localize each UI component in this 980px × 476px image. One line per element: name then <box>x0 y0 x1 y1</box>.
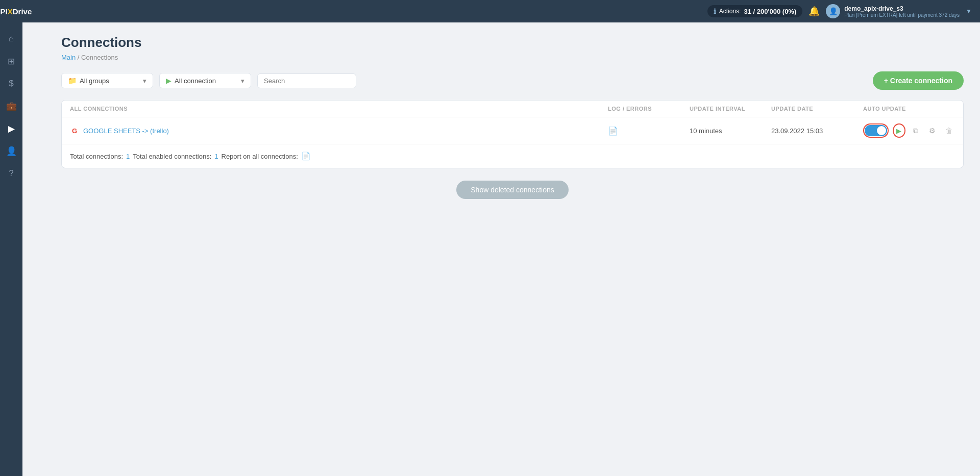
header-update-date: UPDATE DATE <box>771 106 863 112</box>
sidebar-item-workspace[interactable]: 💼 <box>0 95 22 117</box>
actions-badge: ℹ Actions: 31 / 200'000 (0%) <box>707 5 803 17</box>
breadcrumb-current: Connections <box>81 54 118 61</box>
page-title: Connections <box>61 35 964 51</box>
log-icon[interactable]: 📄 <box>608 127 618 135</box>
log-cell: 📄 <box>608 126 690 136</box>
all-groups-dropdown[interactable]: 📁 All groups ▾ <box>61 73 153 88</box>
total-connections-label: Total connections: <box>70 153 123 160</box>
table-row: G GOOGLE SHEETS -> (trello) 📄 10 minutes… <box>62 117 963 144</box>
user-info: demo_apix-drive_s3 Plan |Premium EXTRA| … <box>844 5 960 18</box>
toggle-knob <box>877 126 886 135</box>
settings-button[interactable]: ⚙ <box>926 123 938 138</box>
sidebar-item-help[interactable]: ? <box>0 162 22 185</box>
auto-update-toggle[interactable] <box>865 125 887 136</box>
header-update-interval: UPDATE INTERVAL <box>690 106 771 112</box>
user-name: demo_apix-drive_s3 <box>844 5 960 12</box>
show-deleted-button[interactable]: Show deleted connections <box>456 181 568 199</box>
main-wrapper: Connections Main / Connections 📁 All gro… <box>45 22 980 476</box>
topbar-right: ℹ Actions: 31 / 200'000 (0%) 🔔 👤 demo_ap… <box>707 4 980 18</box>
user-section[interactable]: 👤 demo_apix-drive_s3 Plan |Premium EXTRA… <box>826 4 972 18</box>
sidebar-item-automations[interactable]: ▶ <box>0 117 22 140</box>
sidebar: ☰ ⌂ ⊞ $ 💼 ▶ 👤 ? <box>0 0 22 476</box>
total-connections-count: 1 <box>126 153 130 160</box>
breadcrumb-main[interactable]: Main <box>61 54 76 61</box>
connection-name-cell: G GOOGLE SHEETS -> (trello) <box>70 126 608 135</box>
sidebar-nav: ⌂ ⊞ $ 💼 ▶ 👤 ? <box>0 28 22 185</box>
sidebar-item-home[interactable]: ⌂ <box>0 28 22 50</box>
update-interval-cell: 10 minutes <box>690 127 771 135</box>
copy-button[interactable]: ⧉ <box>910 123 922 138</box>
header-all-connections: ALL CONNECTIONS <box>70 106 608 112</box>
topbar: APIXDrive ℹ Actions: 31 / 200'000 (0%) 🔔… <box>0 0 980 22</box>
topbar-logo: APIXDrive <box>0 0 22 22</box>
toggle-container <box>863 123 889 138</box>
search-input[interactable] <box>264 77 350 85</box>
total-enabled-label: Total enabled connections: <box>133 153 211 160</box>
logo-text: APIXDrive <box>0 7 32 16</box>
sidebar-item-dashboard[interactable]: ⊞ <box>0 50 22 72</box>
chevron-down-icon: ▼ <box>966 8 972 15</box>
report-label: Report on all connections: <box>222 153 298 160</box>
toolbar: 📁 All groups ▾ ▶ All connection ▾ + Crea… <box>61 71 964 90</box>
sidebar-item-account[interactable]: 👤 <box>0 140 22 162</box>
run-now-button[interactable]: ▶ <box>893 123 905 138</box>
google-icon: G <box>70 126 79 135</box>
breadcrumb: Main / Connections <box>61 54 964 61</box>
report-icon[interactable]: 📄 <box>301 152 311 161</box>
connection-name-link[interactable]: G GOOGLE SHEETS -> (trello) <box>70 126 608 135</box>
breadcrumb-separator: / <box>78 54 81 61</box>
user-avatar: 👤 <box>826 4 840 18</box>
update-date-cell: 23.09.2022 15:03 <box>771 127 863 135</box>
actions-label: Actions: <box>719 8 741 15</box>
bell-icon[interactable]: 🔔 <box>808 6 820 17</box>
connections-table: ALL CONNECTIONS LOG / ERRORS UPDATE INTE… <box>61 100 964 168</box>
create-connection-button[interactable]: + Create connection <box>873 71 964 90</box>
info-icon: ℹ <box>714 7 716 15</box>
user-plan: Plan |Premium EXTRA| left until payment … <box>844 12 960 18</box>
logo-x: X <box>8 7 13 16</box>
delete-button[interactable]: 🗑 <box>943 123 955 138</box>
all-connection-dropdown[interactable]: ▶ All connection ▾ <box>159 73 251 88</box>
all-groups-label: All groups <box>80 77 109 85</box>
total-enabled-count: 1 <box>214 153 218 160</box>
sidebar-item-billing[interactable]: $ <box>0 72 22 95</box>
table-footer: Total connections: 1 Total enabled conne… <box>62 144 963 168</box>
table-header: ALL CONNECTIONS LOG / ERRORS UPDATE INTE… <box>62 101 963 117</box>
auto-update-cell: ▶ ⧉ ⚙ 🗑 <box>863 123 955 138</box>
connection-name-text: GOOGLE SHEETS -> (trello) <box>83 127 169 135</box>
all-groups-chevron: ▾ <box>143 77 146 85</box>
folder-icon: 📁 <box>68 77 77 85</box>
actions-count: 31 / 200'000 (0%) <box>744 8 796 15</box>
header-log-errors: LOG / ERRORS <box>608 106 690 112</box>
all-connection-label: All connection <box>175 77 216 85</box>
all-connection-chevron: ▾ <box>241 77 244 85</box>
main-content: Connections Main / Connections 📁 All gro… <box>45 22 980 476</box>
header-auto-update: AUTO UPDATE <box>863 106 955 112</box>
play-filter-icon: ▶ <box>166 77 172 85</box>
search-input-wrapper[interactable] <box>257 73 356 88</box>
